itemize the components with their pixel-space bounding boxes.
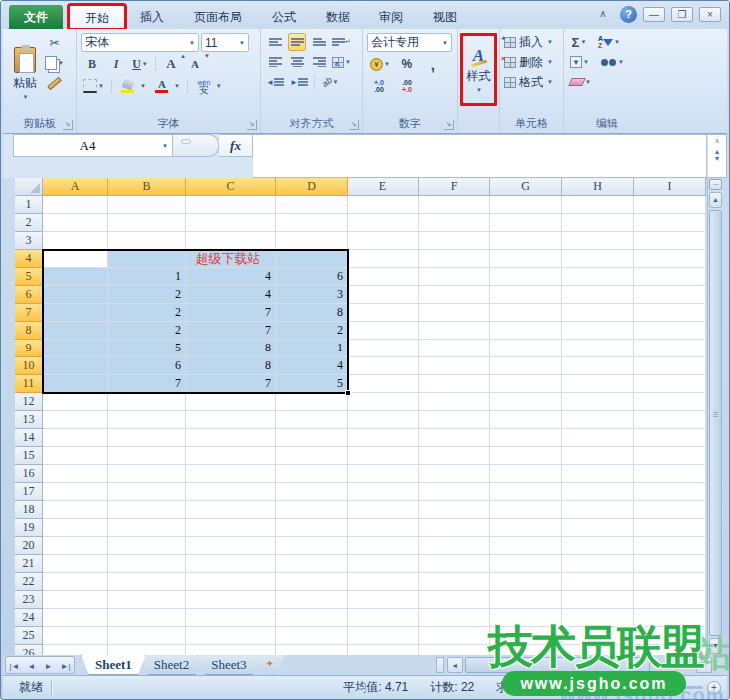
comma-style-button[interactable]: , [424,55,442,73]
row-header-22[interactable]: 22 [15,573,43,591]
row-header-26[interactable]: 26 [15,645,43,655]
cell-A3[interactable] [43,232,108,250]
formula-input[interactable] [253,134,707,178]
close-button[interactable]: × [699,7,721,22]
cell-D1[interactable] [276,196,348,214]
cell-I9[interactable] [634,340,706,357]
cell-I11[interactable] [634,375,706,393]
cell-G2[interactable] [490,214,562,232]
clipboard-dialog-launcher[interactable]: ↘ [63,120,73,130]
cell-G11[interactable] [490,375,562,393]
cell-D18[interactable] [276,501,348,519]
cell-D25[interactable] [276,627,348,645]
cell-A12[interactable] [43,393,108,411]
cell-I13[interactable] [634,411,706,429]
next-sheet-icon[interactable]: ► [40,657,57,673]
cell-D21[interactable] [276,555,348,573]
cell-F19[interactable] [419,519,490,537]
cell-F13[interactable] [419,411,490,429]
cell-A16[interactable] [43,465,108,483]
column-header-G[interactable]: G [490,178,562,196]
tab-insert[interactable]: 插入 [125,5,179,29]
grow-font-button[interactable]: A▲ [162,55,180,73]
cell-F8[interactable] [419,322,490,340]
cell-G5[interactable] [490,268,562,286]
cell-G17[interactable] [490,483,562,501]
cell-E25[interactable] [348,627,419,645]
cell-G3[interactable] [490,232,562,250]
cell-F11[interactable] [419,375,490,393]
cell-B7[interactable]: 2 [108,304,186,322]
first-sheet-icon[interactable]: |◄ [6,657,23,673]
cell-D22[interactable] [276,573,348,591]
cell-H4[interactable] [562,250,634,268]
cell-D20[interactable] [276,537,348,555]
orientation-button[interactable]: ab▼ [321,73,339,91]
font-dialog-launcher[interactable]: ↘ [247,120,257,130]
cell-E3[interactable] [348,232,419,250]
row-header-4[interactable]: 4 [15,250,43,268]
vertical-split-handle[interactable]: — [709,179,722,190]
cell-H23[interactable] [562,591,634,609]
cell-G10[interactable] [490,357,562,375]
cell-G8[interactable] [490,322,562,340]
cell-A24[interactable] [43,609,108,627]
cell-C19[interactable] [186,519,276,537]
restore-button[interactable]: ❐ [671,7,693,22]
cell-C1[interactable] [186,196,276,214]
cell-I5[interactable] [634,268,706,286]
cell-C12[interactable] [186,393,276,411]
cell-B23[interactable] [108,591,186,609]
tab-page-layout[interactable]: 页面布局 [179,5,257,29]
row-header-13[interactable]: 13 [15,411,43,429]
row-header-2[interactable]: 2 [15,214,43,232]
cell-E2[interactable] [348,214,419,232]
fill-button[interactable]: ▼▼ [570,53,589,71]
cell-B15[interactable] [108,447,186,465]
row-header-1[interactable]: 1 [15,196,43,214]
cell-E23[interactable] [348,591,419,609]
row-header-6[interactable]: 6 [15,286,43,304]
cell-A17[interactable] [43,483,108,501]
sheet-tab-sheet3[interactable]: Sheet3 [197,655,260,675]
cell-D4[interactable] [276,250,348,268]
cell-I10[interactable] [634,357,706,375]
cell-D16[interactable] [276,465,348,483]
cell-H18[interactable] [562,501,634,519]
cell-I12[interactable] [634,393,706,411]
cell-B6[interactable]: 2 [108,286,186,304]
cut-button[interactable]: ✂ [45,34,64,52]
row-header-17[interactable]: 17 [15,483,43,501]
row-header-19[interactable]: 19 [15,519,43,537]
cell-E11[interactable] [348,375,419,393]
scroll-up-icon[interactable]: ▲ [709,192,722,208]
column-header-B[interactable]: B [108,178,186,196]
row-header-21[interactable]: 21 [15,555,43,573]
cell-C16[interactable] [186,465,276,483]
cell-G15[interactable] [490,447,562,465]
cell-D19[interactable] [276,519,348,537]
align-middle-button[interactable] [288,33,306,51]
cell-I14[interactable] [634,429,706,447]
cell-C18[interactable] [186,501,276,519]
name-box[interactable]: A4 ▼ [13,134,173,157]
cell-C22[interactable] [186,573,276,591]
cell-F4[interactable] [419,250,490,268]
cell-I21[interactable] [634,555,706,573]
sheet-tab-sheet1[interactable]: Sheet1 [81,655,146,675]
cell-G23[interactable] [490,591,562,609]
column-header-I[interactable]: I [634,178,706,196]
collapse-ribbon-icon[interactable]: ∧ [592,7,614,22]
cell-B19[interactable] [108,519,186,537]
cell-A6[interactable] [43,286,108,304]
cell-F16[interactable] [419,465,490,483]
cell-G19[interactable] [490,519,562,537]
cell-A18[interactable] [43,501,108,519]
cell-I20[interactable] [634,537,706,555]
find-select-button[interactable]: ▼ [601,53,624,71]
cell-I16[interactable] [634,465,706,483]
format-painter-button[interactable] [45,74,64,92]
cell-E8[interactable] [348,322,419,340]
cell-I4[interactable] [634,250,706,268]
cell-F6[interactable] [419,286,490,304]
